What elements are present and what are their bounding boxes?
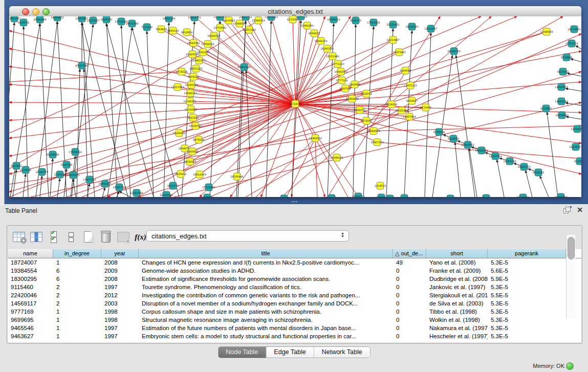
table-cell[interactable]: Yano et al. (2008) — [426, 258, 488, 267]
close-panel-icon[interactable]: ✕ — [577, 206, 583, 214]
table-row[interactable]: 946362711997Embryonic stem cells: a mode… — [8, 332, 581, 340]
table-cell[interactable]: Wolkin et al. (1998) — [426, 316, 488, 324]
table-cell[interactable]: 5.3E-5 — [488, 332, 566, 340]
table-cell[interactable]: Tourette syndrome. Phenomenology and cla… — [139, 283, 393, 291]
table-cell[interactable]: Investigating the contribution of common… — [139, 291, 393, 299]
table-cell[interactable]: 9777169 — [8, 308, 53, 316]
table-cell[interactable]: de Silva et al. (2003) — [426, 299, 488, 308]
graph-edge[interactable] — [565, 103, 581, 105]
graph-edge[interactable] — [9, 102, 295, 104]
table-cell[interactable]: Estimation of significance thresholds fo… — [139, 275, 393, 283]
graph-edge[interactable] — [295, 104, 358, 197]
table-cell[interactable]: 2 — [53, 291, 101, 299]
graph-edge[interactable] — [147, 31, 154, 197]
column-header[interactable]: title — [139, 249, 393, 258]
table-cell[interactable]: 5.3E-5 — [488, 283, 566, 291]
table-source-dropdown[interactable]: citations_edges.txt ▲▼ — [146, 230, 349, 242]
graph-edge[interactable] — [540, 176, 549, 197]
table-cell[interactable]: Nakamura et al. (1997) — [426, 324, 488, 332]
table-cell[interactable]: Disruption of a novel member of a sodium… — [139, 299, 393, 308]
table-cell[interactable]: 5.3E-5 — [488, 316, 566, 324]
graph-edge[interactable] — [102, 188, 105, 197]
graph-edge[interactable] — [425, 33, 431, 197]
create-column-button[interactable] — [82, 231, 95, 244]
column-header[interactable]: △ out_de... — [393, 249, 426, 258]
graph-edge[interactable] — [106, 24, 118, 197]
graph-edge[interactable] — [40, 176, 42, 197]
table-cell[interactable]: 9699695 — [8, 316, 53, 324]
graph-edge[interactable] — [119, 191, 130, 197]
graph-edge[interactable] — [547, 112, 558, 197]
column-header[interactable]: pagerank — [488, 249, 566, 258]
table-cell[interactable]: 2 — [53, 299, 101, 308]
splitter-grip[interactable] — [291, 201, 297, 203]
table-cell[interactable]: 5.6E-5 — [488, 267, 566, 275]
table-cell[interactable]: Corpus callosum shape and size in male p… — [139, 308, 393, 316]
table-row[interactable]: 1938455462009Genome-wide association stu… — [8, 267, 581, 275]
table-cell[interactable]: 0 — [393, 267, 426, 275]
table-cell[interactable]: 0 — [393, 308, 426, 316]
graph-edge[interactable] — [526, 170, 532, 197]
graph-edge[interactable] — [256, 138, 315, 197]
vertical-scrollbar[interactable] — [566, 235, 575, 318]
table-cell[interactable]: 0 — [393, 283, 426, 291]
graph-edge[interactable] — [315, 138, 348, 197]
table-cell[interactable]: 6 — [53, 275, 101, 283]
table-cell[interactable]: Hescheler et al. (1997) — [426, 332, 488, 340]
table-cell[interactable]: 2009 — [101, 267, 139, 275]
table-cell[interactable]: 9465546 — [8, 324, 53, 332]
graph-edge[interactable] — [576, 46, 581, 49]
table-cell[interactable]: 49 — [393, 258, 426, 267]
graph-edge[interactable] — [9, 67, 295, 104]
table-cell[interactable]: Embryonic stem cells: a model to study s… — [139, 332, 393, 340]
table-cell[interactable]: 0 — [393, 275, 426, 283]
graph-edge[interactable] — [293, 19, 295, 104]
row-height-button[interactable] — [64, 231, 77, 244]
graph-edge[interactable] — [261, 104, 295, 197]
graph-edge[interactable] — [246, 71, 252, 197]
table-cell[interactable]: 0 — [393, 299, 426, 308]
graph-edge[interactable] — [295, 104, 581, 143]
table-row[interactable]: 2242004622012Investigating the contribut… — [8, 291, 581, 299]
table-cell[interactable]: 6 — [53, 267, 101, 275]
network-graph[interactable]: 1886130794355722069140616959472106532871… — [9, 16, 581, 197]
table-cell[interactable]: Structural magnetic resonance image aver… — [139, 316, 393, 324]
table-cell[interactable]: Estimation of the future numbers of pati… — [139, 324, 393, 332]
table-cell[interactable]: 0 — [393, 291, 426, 299]
table-cell[interactable]: 1 — [53, 332, 101, 340]
network-window-titlebar[interactable]: citations_edges.txt — [9, 6, 581, 17]
graph-edge[interactable] — [132, 28, 179, 197]
graph-edge[interactable] — [295, 82, 581, 104]
graph-edge[interactable] — [455, 142, 461, 197]
table-cell[interactable]: 2012 — [101, 291, 139, 299]
tab-edge-table[interactable]: Edge Table — [266, 347, 314, 358]
table-cell[interactable]: 5.3E-5 — [488, 324, 566, 332]
table-cell[interactable]: Genome-wide association studies in ADHD. — [139, 267, 393, 275]
graph-edge[interactable] — [497, 160, 504, 197]
table-row[interactable]: 1456911722003Disruption of a novel membe… — [8, 299, 581, 308]
table-cell[interactable]: 5.3E-5 — [488, 299, 566, 308]
table-cell[interactable]: Tibbo et al. (1998) — [426, 308, 488, 316]
column-header[interactable]: name — [8, 249, 53, 258]
table-row[interactable]: 969969511998Structural magnetic resonanc… — [8, 316, 581, 324]
graph-edge[interactable] — [566, 117, 581, 119]
tab-network-table[interactable]: Network Table — [314, 347, 370, 358]
table-cell[interactable]: 1 — [53, 316, 101, 324]
graph-edge[interactable] — [287, 138, 315, 197]
graph-edge[interactable] — [57, 179, 60, 197]
delete-column-button[interactable] — [99, 231, 112, 244]
graph-edge[interactable] — [107, 28, 132, 197]
select-visible-columns-button[interactable] — [47, 231, 60, 244]
table-row[interactable]: 911546021997Tourette syndrome. Phenomeno… — [8, 283, 581, 291]
graph-edge[interactable] — [9, 20, 258, 169]
table-row[interactable]: 977716911998Corpus callosum shape and si… — [8, 308, 581, 316]
graph-edge[interactable] — [72, 25, 93, 197]
table-cell[interactable]: 1 — [53, 258, 101, 267]
table-row[interactable]: 946554611997Estimation of the future num… — [8, 324, 581, 332]
delete-table-button[interactable] — [117, 231, 129, 244]
graph-edge[interactable] — [9, 49, 295, 104]
table-row[interactable]: 1872400712008Changes of HCN gene express… — [8, 258, 581, 267]
table-cell[interactable]: 2003 — [101, 299, 139, 308]
graph-edge[interactable] — [200, 104, 295, 197]
graph-edge[interactable] — [51, 16, 481, 197]
